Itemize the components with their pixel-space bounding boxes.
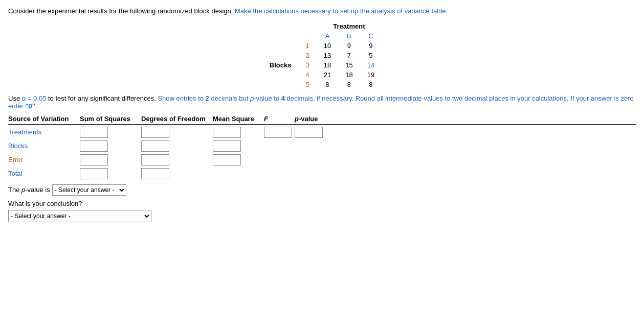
block-3-b: 15 [338, 60, 360, 70]
alpha-value: α = 0.05 [22, 94, 47, 102]
blocks-ss-cell [80, 140, 141, 152]
treatments-f-input[interactable] [264, 127, 292, 138]
block-4-c: 19 [360, 70, 382, 80]
block-5-label: 5 [299, 80, 317, 89]
treatments-ss-cell [80, 127, 141, 138]
blocks-label: Blocks [8, 142, 80, 150]
error-ms-cell [213, 154, 264, 166]
block-1-b: 9 [338, 41, 360, 51]
total-ss-cell [80, 168, 141, 179]
block-5-b: 8 [338, 80, 360, 89]
anova-table: Source of Variation Sum of Squares Degre… [8, 115, 636, 179]
treatments-label: Treatments [8, 128, 80, 136]
col-c-header: C [360, 31, 382, 41]
treatment-header: Treatment [317, 21, 382, 31]
block-5-a: 8 [317, 80, 338, 89]
block-1-c: 9 [360, 41, 382, 51]
block-3-a: 18 [317, 60, 338, 70]
total-df-cell [141, 168, 213, 179]
total-label: Total [8, 170, 80, 177]
header-f: F [264, 115, 295, 123]
error-ss-input[interactable] [80, 154, 108, 166]
error-ss-cell [80, 154, 141, 166]
block-2-a: 13 [317, 51, 338, 60]
header-ms: Mean Square [213, 115, 264, 123]
block-4-a: 21 [317, 70, 338, 80]
blocks-df-cell [141, 140, 213, 152]
header-ss: Sum of Squares [80, 115, 141, 123]
error-row: Error [8, 154, 636, 166]
blocks-ss-input[interactable] [80, 140, 108, 152]
table-row: Blocks 1 10 9 9 [262, 41, 382, 51]
pvalue-select[interactable]: - Select your answer - less than 0.01 be… [52, 184, 126, 196]
conclusion-question-text: What is your conclusion? [8, 200, 82, 207]
alpha-instruction: Show entries to 2 decimals but p-value t… [8, 94, 634, 110]
treatments-ms-input[interactable] [213, 127, 241, 138]
conclusion-select-wrapper: - Select your answer - Reject H0. There … [8, 210, 636, 222]
blocks-ms-input[interactable] [213, 140, 241, 152]
block-2-label: 2 [299, 51, 317, 60]
pvalue-line: The p-value is - Select your answer - le… [8, 184, 636, 196]
error-label: Error [8, 156, 80, 163]
header-pval: p-value [295, 115, 336, 123]
total-row: Total [8, 168, 636, 179]
pvalue-prefix: The p-value is [8, 186, 50, 194]
block-3-c: 14 [360, 60, 382, 70]
block-2-c: 5 [360, 51, 382, 60]
treatments-f-cell [264, 127, 295, 138]
total-ss-input[interactable] [80, 168, 108, 179]
col-b-header: B [338, 31, 360, 41]
error-df-input[interactable] [141, 154, 169, 166]
blocks-label: Blocks [262, 41, 299, 89]
block-4-b: 18 [338, 70, 360, 80]
header-source: Source of Variation [8, 115, 80, 123]
alpha-line: Use α = 0.05 to test for any significant… [8, 94, 636, 110]
intro-paragraph: Consider the experimental results for th… [8, 6, 636, 16]
block-2-b: 7 [338, 51, 360, 60]
error-ms-input[interactable] [213, 154, 241, 166]
block-1-a: 10 [317, 41, 338, 51]
treatments-ms-cell [213, 127, 264, 138]
intro-blue-text: Make the calculations necessary to set u… [235, 7, 448, 15]
block-5-c: 8 [360, 80, 382, 89]
blocks-df-input[interactable] [141, 140, 169, 152]
error-df-cell [141, 154, 213, 166]
blocks-row: Blocks [8, 140, 636, 152]
total-df-input[interactable] [141, 168, 169, 179]
conclusion-select[interactable]: - Select your answer - Reject H0. There … [8, 210, 151, 222]
treatments-row: Treatments [8, 127, 636, 138]
anova-header-row: Source of Variation Sum of Squares Degre… [8, 115, 636, 125]
treatments-pval-cell [295, 127, 336, 138]
treatment-table-wrapper: Treatment A B C Blocks 1 10 9 9 2 13 7 [8, 21, 636, 89]
block-3-label: 3 [299, 60, 317, 70]
blocks-ms-cell [213, 140, 264, 152]
block-4-label: 4 [299, 70, 317, 80]
treatment-table: Treatment A B C Blocks 1 10 9 9 2 13 7 [262, 21, 382, 89]
conclusion-question: What is your conclusion? [8, 200, 636, 207]
treatments-df-cell [141, 127, 213, 138]
treatments-pval-input[interactable] [295, 127, 323, 138]
treatments-df-input[interactable] [141, 127, 169, 138]
col-a-header: A [317, 31, 338, 41]
header-df: Degrees of Freedom [141, 115, 213, 123]
block-1-label: 1 [299, 41, 317, 51]
treatments-ss-input[interactable] [80, 127, 108, 138]
